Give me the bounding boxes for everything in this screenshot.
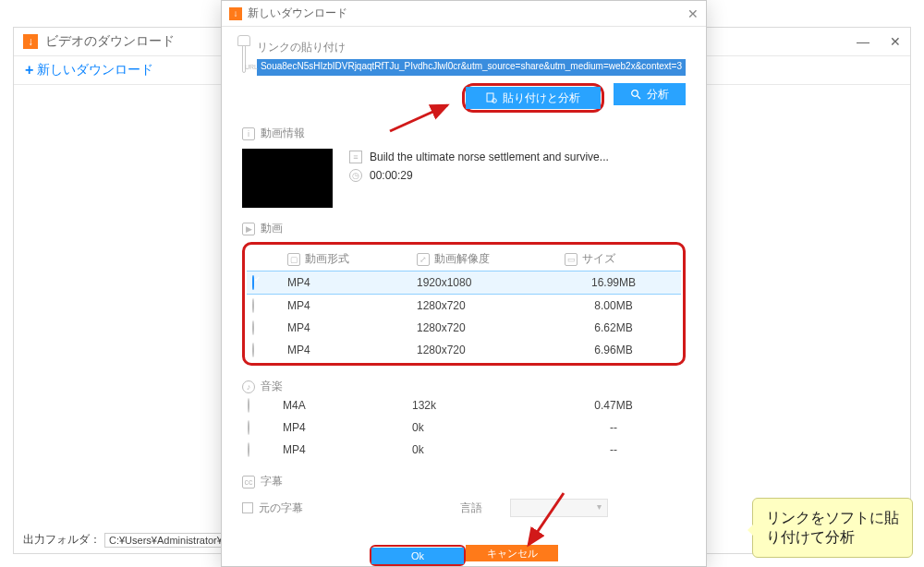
video-info-row: ≡ Build the ultimate norse settlement an… xyxy=(242,149,686,208)
cell-resolution: 1280x720 xyxy=(417,344,565,356)
new-download-button[interactable]: + 新しいダウンロード xyxy=(25,62,153,78)
video-thumbnail xyxy=(242,149,333,208)
dialog-body: URL リンクの貼り付け Soua8ecN5sHIzbIDVRjqaqtRfTJ… xyxy=(222,27,706,517)
format-icon: ▢ xyxy=(287,253,300,266)
cell-format: MP4 xyxy=(287,299,417,312)
cell-format: MP4 xyxy=(283,443,412,456)
video-row[interactable]: MP4 1280x720 6.62MB xyxy=(247,317,681,339)
radio-icon[interactable] xyxy=(252,320,254,335)
app-logo-icon: ↓ xyxy=(23,34,38,49)
svg-point-1 xyxy=(492,99,497,103)
size-icon: ▭ xyxy=(565,253,578,266)
resolution-icon: ⤢ xyxy=(417,253,430,266)
analyze-button[interactable]: 分析 xyxy=(614,83,686,105)
annotation-arrow-icon xyxy=(386,100,460,140)
svg-point-2 xyxy=(632,90,638,97)
checkbox-icon xyxy=(242,502,253,513)
video-table-body: MP4 1920x1080 16.99MB MP4 1280x720 8.00M… xyxy=(247,271,681,361)
col-resolution: 動画解像度 xyxy=(434,251,490,267)
video-row[interactable]: MP4 1280x720 8.00MB xyxy=(247,295,681,317)
video-info-header: i 動画情報 xyxy=(242,126,686,141)
cell-bitrate: 0k xyxy=(412,421,560,434)
music-section-label: 音楽 xyxy=(261,379,283,394)
paste-analyze-button[interactable]: 貼り付けと分析 xyxy=(466,87,601,109)
video-icon: ▶ xyxy=(242,223,255,235)
clock-icon: ◷ xyxy=(349,169,362,182)
video-row[interactable]: MP4 1920x1080 16.99MB xyxy=(247,271,681,295)
cell-bitrate: 0k xyxy=(412,443,560,456)
radio-selected-icon[interactable] xyxy=(252,275,254,290)
cell-resolution: 1280x720 xyxy=(417,321,565,334)
cell-resolution: 1920x1080 xyxy=(417,276,565,289)
svg-line-4 xyxy=(390,105,447,131)
cell-format: MP4 xyxy=(287,344,417,356)
analyze-label: 分析 xyxy=(647,87,669,103)
cell-resolution: 1280x720 xyxy=(417,299,565,312)
orig-subtitle-checkbox[interactable]: 元の字幕 xyxy=(242,501,303,516)
cell-size: -- xyxy=(560,421,667,434)
analyze-buttons: 貼り付けと分析 分析 xyxy=(242,83,686,113)
ok-highlight-ring: Ok xyxy=(370,545,466,566)
radio-icon[interactable] xyxy=(252,298,254,313)
subtitle-section-header: cc 字幕 xyxy=(242,474,686,489)
tooltip-line2: り付けて分析 xyxy=(766,527,899,548)
highlight-ring: 貼り付けと分析 xyxy=(462,83,604,113)
subtitle-options: 元の字幕 言語 xyxy=(242,499,686,517)
video-table-highlight: ▢動画形式 ⤢動画解像度 ▭サイズ MP4 1920x1080 16.99MB … xyxy=(242,242,686,366)
paste-link-label: リンクの貼り付け xyxy=(257,40,686,55)
radio-icon[interactable] xyxy=(248,398,249,413)
col-size: サイズ xyxy=(582,251,615,267)
col-format: 動画形式 xyxy=(305,251,349,267)
paste-link-section: URL リンクの貼り付け Soua8ecN5sHIzbIDVRjqaqtRfTJ… xyxy=(242,40,686,76)
search-icon xyxy=(630,89,641,100)
cell-format: MP4 xyxy=(283,421,412,434)
annotation-arrow-icon xyxy=(517,489,573,558)
paste-analyze-label: 貼り付けと分析 xyxy=(503,90,580,106)
ok-button[interactable]: Ok xyxy=(371,548,464,564)
info-icon: i xyxy=(242,127,255,140)
music-table: M4A 132k 0.47MB MP4 0k -- MP4 0k -- xyxy=(242,394,686,461)
video-row[interactable]: MP4 1280x720 6.96MB xyxy=(247,339,681,361)
output-folder-path[interactable]: C:¥Users¥Administrator¥Vide xyxy=(104,533,234,548)
cell-format: MP4 xyxy=(287,321,417,334)
radio-icon[interactable] xyxy=(248,442,249,457)
dialog-titlebar: ↓ 新しいダウンロード ✕ xyxy=(222,1,706,27)
language-label: 言語 xyxy=(460,501,482,516)
paste-fields: リンクの貼り付け Soua8ecN5sHIzbIDVRjqaqtRfTJu_PI… xyxy=(257,40,686,76)
cell-size: 6.62MB xyxy=(565,321,663,334)
cell-size: 16.99MB xyxy=(565,276,663,289)
cell-size: 6.96MB xyxy=(565,344,663,356)
close-button[interactable]: ✕ xyxy=(890,34,901,49)
music-row[interactable]: MP4 0k -- xyxy=(242,416,686,439)
cell-bitrate: 132k xyxy=(412,399,560,412)
new-download-dialog: ↓ 新しいダウンロード ✕ URL リンクの貼り付け Soua8ecN5sHIz… xyxy=(221,0,707,567)
minimize-button[interactable]: — xyxy=(857,34,869,49)
new-download-label: 新しいダウンロード xyxy=(37,62,153,78)
music-row[interactable]: M4A 132k 0.47MB xyxy=(242,394,686,416)
url-input[interactable]: Soua8ecN5sHIzbIDVRjqaqtRfTJu_PIvdhcJlwl0… xyxy=(257,59,686,76)
paste-icon xyxy=(486,92,497,103)
music-section-header: ♪ 音楽 xyxy=(242,379,686,394)
radio-icon[interactable] xyxy=(252,343,254,357)
video-info-lines: ≡ Build the ultimate norse settlement an… xyxy=(349,149,686,187)
subtitle-icon: cc xyxy=(242,476,255,489)
tooltip-line1: リンクをソフトに貼 xyxy=(766,508,899,528)
radio-icon[interactable] xyxy=(248,420,249,435)
video-duration: 00:00:29 xyxy=(370,169,413,182)
window-controls: — ✕ xyxy=(857,34,901,49)
video-table-header: ▢動画形式 ⤢動画解像度 ▭サイズ xyxy=(247,247,681,271)
svg-line-3 xyxy=(638,96,640,99)
video-section-label: 動画 xyxy=(261,221,283,236)
cell-size: 0.47MB xyxy=(560,399,667,412)
clipboard-icon: URL xyxy=(242,40,246,73)
subtitle-section-label: 字幕 xyxy=(261,474,283,489)
help-tooltip: リンクをソフトに貼 り付けて分析 xyxy=(752,498,913,558)
video-section-header: ▶ 動画 xyxy=(242,221,686,236)
plus-icon: + xyxy=(25,62,33,78)
svg-line-5 xyxy=(529,493,564,545)
output-folder-row: 出力フォルダ： C:¥Users¥Administrator¥Vide xyxy=(23,532,234,548)
video-title-text: Build the ultimate norse settlement and … xyxy=(370,151,609,163)
output-folder-label: 出力フォルダ： xyxy=(23,532,101,548)
music-row[interactable]: MP4 0k -- xyxy=(242,439,686,461)
dialog-close-icon[interactable]: ✕ xyxy=(687,6,699,21)
